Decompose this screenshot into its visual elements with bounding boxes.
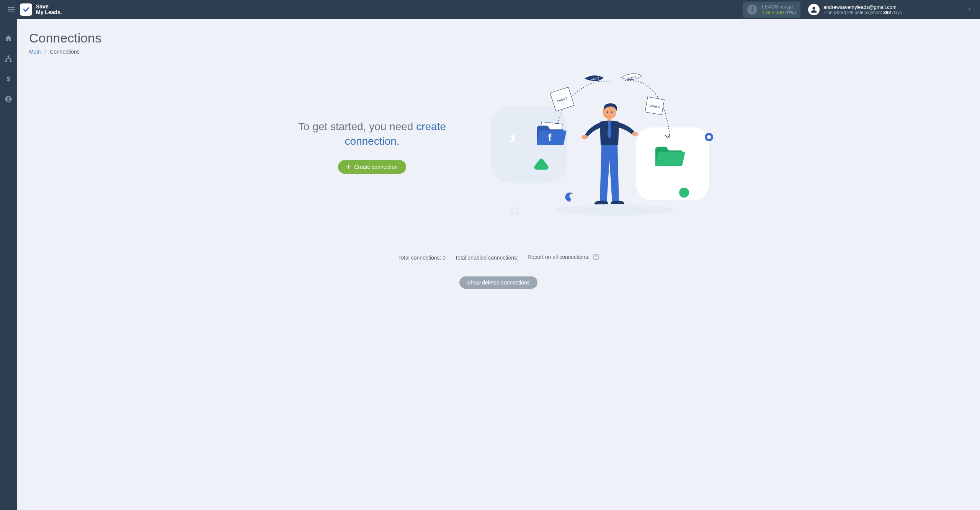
sidebar-nav: $ — [0, 19, 17, 510]
breadcrumb-main[interactable]: Main — [29, 49, 41, 55]
total-connections: Total connections: 0 — [398, 255, 446, 261]
svg-text:f: f — [548, 132, 552, 143]
nav-billing[interactable]: $ — [5, 75, 12, 85]
svg-point-3 — [812, 7, 815, 10]
hamburger-icon — [8, 7, 15, 12]
empty-state-illustration: f Lead 1 Lead 2 Lead 3 — [487, 70, 717, 223]
svg-rect-6 — [10, 60, 11, 62]
stats-row: Total connections: 0 Total enabled conne… — [29, 254, 968, 261]
user-email: andrewsavemyleads@gmail.com — [823, 4, 902, 10]
svg-point-27 — [632, 132, 638, 136]
breadcrumb: Main / Connections — [29, 49, 968, 55]
svg-point-26 — [581, 135, 588, 139]
show-deleted-button[interactable]: Show deleted connections — [459, 276, 537, 289]
user-menu[interactable]: andrewsavemyleads@gmail.com Plan |Start|… — [808, 4, 972, 15]
svg-rect-5 — [5, 60, 7, 62]
svg-point-23 — [607, 111, 608, 113]
svg-point-24 — [611, 111, 612, 113]
brand-name: Save My Leads. — [36, 4, 62, 16]
page-title: Connections — [29, 31, 968, 46]
svg-text:$: $ — [7, 75, 10, 83]
svg-rect-4 — [8, 56, 10, 57]
brand-logo[interactable]: Save My Leads. — [20, 3, 62, 16]
nav-account[interactable] — [5, 95, 12, 105]
logo-icon — [20, 3, 32, 16]
user-plan: Plan |Start| left until payment 392 days — [823, 10, 902, 15]
svg-rect-1 — [8, 9, 15, 10]
leads-usage-stats: 1 of 2'000 (0%) — [762, 10, 796, 15]
main-content: Connections Main / Connections To get st… — [17, 19, 980, 510]
network-icon — [5, 55, 12, 62]
home-icon — [5, 34, 12, 42]
dollar-icon: $ — [5, 75, 12, 83]
svg-point-35 — [679, 188, 689, 198]
report-all-connections: Report on all connections: — [528, 254, 599, 261]
svg-rect-11 — [346, 167, 351, 167]
nav-connections[interactable] — [5, 55, 12, 64]
empty-state: To get started, you need create connecti… — [29, 70, 968, 223]
chevron-down-icon — [967, 7, 972, 13]
total-enabled-connections: Total enabled connections: — [455, 255, 518, 261]
breadcrumb-separator: / — [44, 49, 46, 55]
empty-state-heading: To get started, you need create connecti… — [280, 119, 464, 149]
user-avatar-icon — [808, 4, 820, 15]
svg-point-32 — [513, 209, 516, 213]
breadcrumb-current: Connections — [50, 49, 80, 55]
leads-usage-label: LEADS usage: — [762, 4, 796, 10]
top-header: Save My Leads. i LEADS usage: 1 of 2'000… — [0, 0, 980, 19]
svg-rect-25 — [608, 118, 611, 121]
svg-point-30 — [556, 204, 675, 216]
menu-toggle[interactable] — [8, 5, 15, 14]
user-icon — [5, 95, 12, 103]
plus-icon — [346, 165, 351, 169]
svg-point-34 — [707, 135, 711, 139]
leads-usage-widget[interactable]: i LEADS usage: 1 of 2'000 (0%) — [743, 2, 800, 18]
document-icon[interactable] — [593, 255, 599, 261]
nav-home[interactable] — [5, 34, 12, 44]
svg-rect-2 — [8, 11, 15, 12]
create-connection-button[interactable]: Create connection — [338, 160, 406, 174]
info-icon: i — [747, 5, 757, 15]
svg-point-9 — [7, 97, 10, 100]
svg-rect-0 — [8, 7, 15, 8]
